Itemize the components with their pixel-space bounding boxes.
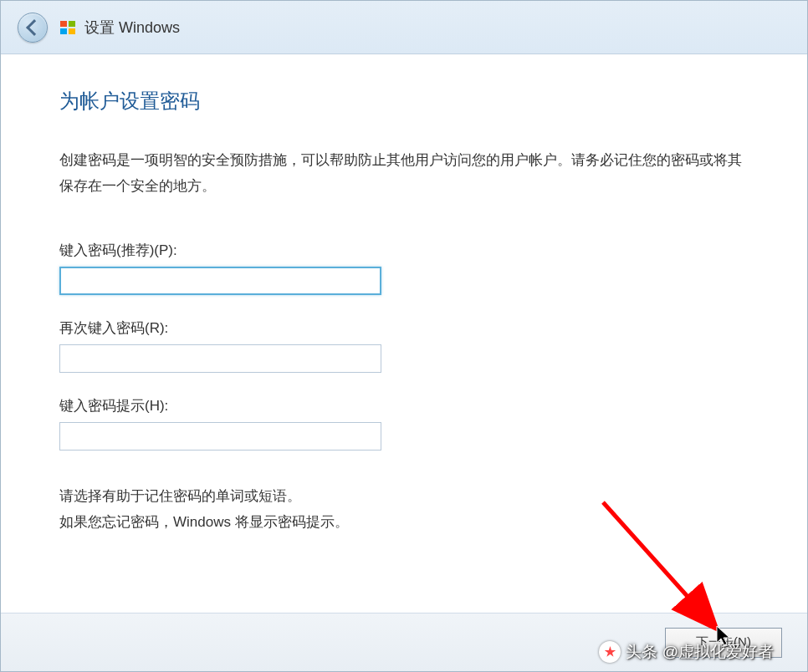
hint-help-text: 请选择有助于记住密码的单词或短语。 如果您忘记密码，Windows 将显示密码提… — [59, 484, 749, 535]
confirm-password-input[interactable] — [59, 344, 381, 373]
title-bar: 设置 Windows — [1, 1, 807, 54]
password-group: 键入密码(推荐)(P): — [59, 241, 749, 295]
watermark-text: 头条 @虚拟化爱好者 — [626, 641, 774, 663]
hint-input[interactable] — [59, 422, 381, 451]
svg-rect-2 — [60, 28, 67, 34]
back-button[interactable] — [18, 13, 48, 43]
content-area: 为帐户设置密码 创建密码是一项明智的安全预防措施，可以帮助防止其他用户访问您的用… — [1, 54, 807, 613]
description-text: 创建密码是一项明智的安全预防措施，可以帮助防止其他用户访问您的用户帐户。请务必记… — [59, 148, 749, 199]
confirm-password-label: 再次键入密码(R): — [59, 318, 749, 338]
svg-rect-0 — [60, 21, 67, 27]
confirm-password-group: 再次键入密码(R): — [59, 318, 749, 373]
hint-help-line1: 请选择有助于记住密码的单词或短语。 — [59, 484, 749, 510]
svg-rect-1 — [69, 21, 75, 27]
back-arrow-icon — [26, 19, 43, 36]
window-title: 设置 Windows — [84, 18, 180, 38]
svg-rect-3 — [69, 28, 75, 34]
hint-group: 键入密码提示(H): — [59, 396, 749, 451]
page-heading: 为帐户设置密码 — [59, 88, 749, 115]
hint-label: 键入密码提示(H): — [59, 396, 749, 415]
windows-flag-icon — [59, 19, 76, 36]
watermark-logo-icon — [599, 641, 621, 663]
setup-window: 设置 Windows 为帐户设置密码 创建密码是一项明智的安全预防措施，可以帮助… — [0, 0, 808, 672]
watermark: 头条 @虚拟化爱好者 — [599, 641, 774, 663]
password-label: 键入密码(推荐)(P): — [59, 241, 749, 260]
hint-help-line2: 如果您忘记密码，Windows 将显示密码提示。 — [59, 510, 749, 536]
password-input[interactable] — [59, 267, 381, 295]
